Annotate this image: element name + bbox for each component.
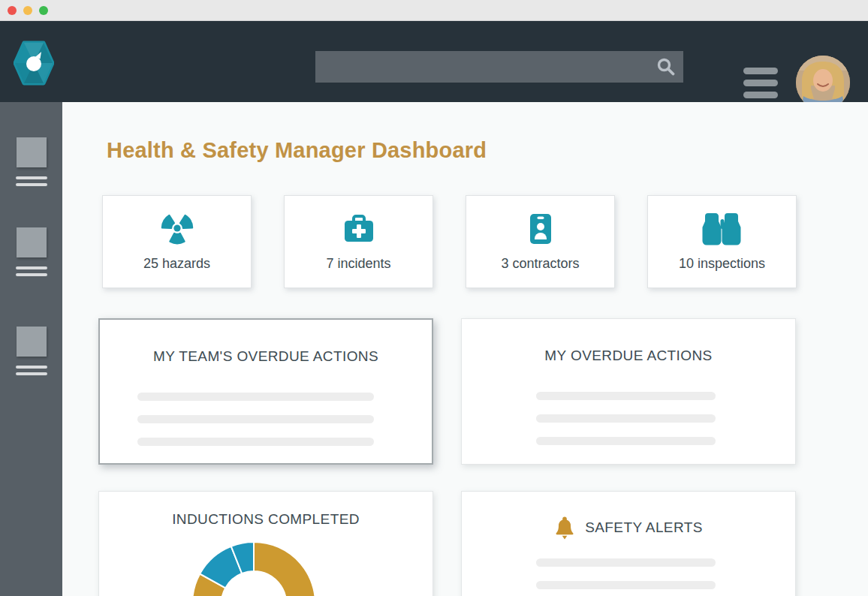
stats-row: 25 hazards 7 incidents	[102, 195, 797, 288]
sidebar-item-1[interactable]	[16, 137, 47, 190]
bell-icon	[554, 516, 575, 540]
page-title: Health & Safety Manager Dashboard	[107, 138, 487, 163]
binoculars-icon	[701, 212, 743, 246]
placeholder-list	[536, 558, 716, 596]
placeholder-row	[137, 438, 374, 446]
sidebar-item-icon-placeholder	[17, 327, 47, 357]
window-titlebar	[0, 0, 868, 21]
search-icon[interactable]	[656, 57, 676, 77]
placeholder-row	[536, 414, 716, 423]
first-aid-icon	[342, 212, 376, 246]
placeholder-row	[536, 558, 716, 567]
app-window: Health & Safety Manager Dashboard 25 haz…	[0, 0, 868, 596]
window-close-button[interactable]	[8, 6, 17, 15]
placeholder-row	[536, 392, 716, 400]
hamburger-menu-icon[interactable]	[743, 68, 778, 98]
window-minimize-button[interactable]	[23, 6, 32, 15]
stat-card-incidents[interactable]: 7 incidents	[284, 195, 433, 288]
overdue-panels-row: MY TEAM'S OVERDUE ACTIONS MY OVERDUE ACT…	[98, 318, 796, 465]
placeholder-row	[536, 437, 716, 445]
stat-label: 25 hazards	[143, 256, 210, 272]
placeholder-list	[137, 393, 374, 460]
stat-card-hazards[interactable]: 25 hazards	[102, 195, 252, 288]
main-content: Health & Safety Manager Dashboard 25 haz…	[62, 102, 868, 596]
sidebar-item-3[interactable]	[16, 327, 47, 379]
inductions-completed-panel[interactable]: INDUCTIONS COMPLETED	[98, 491, 433, 596]
stat-label: 7 incidents	[326, 256, 390, 272]
placeholder-row	[137, 393, 374, 401]
bottom-panels-row: INDUCTIONS COMPLETED SAFETY ALERTS	[98, 491, 796, 596]
radiation-icon	[159, 212, 195, 246]
team-overdue-actions-panel[interactable]: MY TEAM'S OVERDUE ACTIONS	[98, 318, 433, 465]
search-input[interactable]	[315, 51, 683, 83]
panel-title: MY TEAM'S OVERDUE ACTIONS	[100, 348, 432, 365]
my-overdue-actions-panel[interactable]: MY OVERDUE ACTIONS	[461, 318, 796, 465]
placeholder-list	[536, 392, 716, 459]
search-bar	[315, 51, 683, 83]
placeholder-row	[536, 581, 716, 589]
sidebar-item-icon-placeholder	[17, 227, 47, 257]
panel-title: INDUCTIONS COMPLETED	[99, 511, 432, 528]
inductions-donut-chart	[190, 540, 318, 596]
panel-title: MY OVERDUE ACTIONS	[462, 348, 795, 364]
app-header	[0, 21, 868, 102]
stat-label: 10 inspections	[679, 256, 765, 272]
placeholder-row	[137, 415, 374, 423]
stat-label: 3 contractors	[501, 256, 579, 272]
stat-card-inspections[interactable]: 10 inspections	[647, 195, 797, 288]
app-logo-icon[interactable]	[14, 41, 54, 86]
window-maximize-button[interactable]	[39, 6, 48, 15]
sidebar-item-icon-placeholder	[17, 137, 47, 167]
stat-card-contractors[interactable]: 3 contractors	[466, 195, 615, 288]
panel-title-text: SAFETY ALERTS	[585, 519, 703, 536]
id-badge-icon	[528, 212, 553, 246]
sidebar-nav	[0, 102, 62, 596]
safety-alerts-panel[interactable]: SAFETY ALERTS	[461, 491, 796, 596]
sidebar-item-2[interactable]	[16, 227, 47, 280]
